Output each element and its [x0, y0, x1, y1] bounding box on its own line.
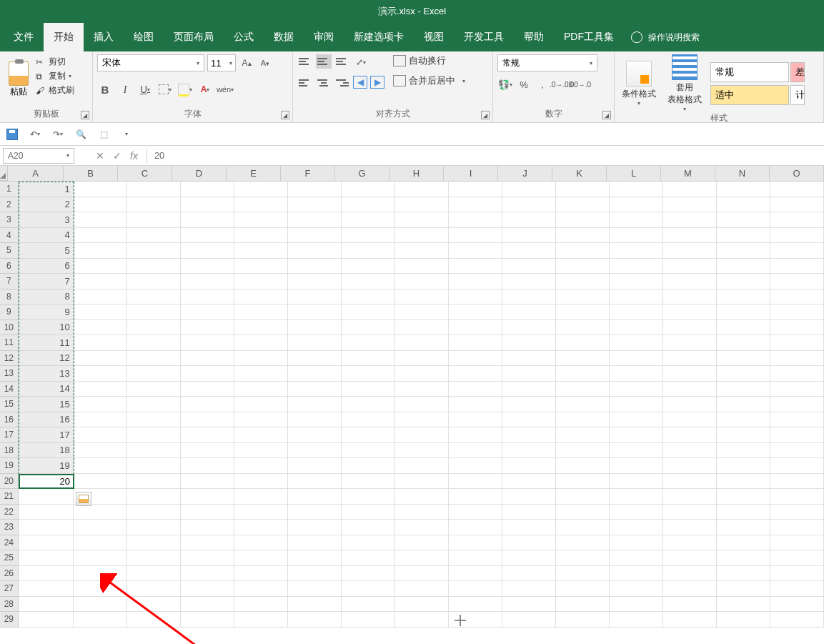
cell-N4[interactable] — [717, 228, 770, 244]
cell-H3[interactable] — [395, 212, 449, 228]
cell-D6[interactable] — [181, 259, 234, 274]
cell-O7[interactable] — [770, 274, 824, 289]
tab-data[interactable]: 数据 — [264, 23, 304, 51]
cell-N12[interactable] — [717, 351, 770, 367]
cell-M15[interactable] — [663, 397, 717, 412]
cell-K19[interactable] — [556, 458, 610, 474]
cell-F2[interactable] — [288, 197, 342, 213]
cell-B3[interactable] — [74, 212, 127, 228]
cell-N9[interactable] — [717, 304, 770, 320]
cell-I2[interactable] — [449, 197, 502, 213]
cell-M4[interactable] — [663, 228, 717, 244]
cell-D29[interactable] — [181, 612, 234, 628]
cell-J5[interactable] — [502, 243, 556, 259]
cell-M13[interactable] — [663, 366, 717, 382]
wrap-text-button[interactable]: 自动换行 — [393, 54, 465, 67]
cell-J19[interactable] — [502, 458, 556, 474]
cell-K17[interactable] — [556, 427, 610, 443]
cell-K26[interactable] — [556, 566, 610, 582]
cell-H13[interactable] — [395, 366, 449, 382]
cell-M6[interactable] — [663, 259, 717, 274]
cell-H22[interactable] — [395, 505, 449, 520]
row-header-3[interactable]: 3 — [0, 212, 19, 228]
column-header-M[interactable]: M — [661, 166, 715, 181]
cell-B12[interactable] — [74, 351, 127, 367]
cell-D9[interactable] — [181, 304, 234, 320]
cell-D10[interactable] — [181, 320, 234, 336]
cell-L17[interactable] — [610, 427, 663, 443]
cell-D24[interactable] — [181, 535, 234, 551]
cell-G24[interactable] — [342, 535, 395, 551]
cell-I11[interactable] — [449, 335, 502, 351]
decrease-decimal-button[interactable]: .00→.0 — [572, 77, 587, 91]
cell-B15[interactable] — [74, 397, 127, 412]
cell-K7[interactable] — [556, 274, 610, 289]
cell-J22[interactable] — [502, 505, 556, 520]
cell-O8[interactable] — [770, 289, 824, 305]
enter-formula-button[interactable]: ✓ — [113, 150, 121, 162]
column-header-F[interactable]: F — [281, 166, 335, 181]
cell-C7[interactable] — [127, 274, 181, 289]
row-header-19[interactable]: 19 — [0, 458, 19, 474]
cell-M22[interactable] — [663, 505, 717, 520]
cell-J9[interactable] — [502, 304, 556, 320]
cell-K11[interactable] — [556, 335, 610, 351]
cell-C5[interactable] — [127, 243, 181, 259]
increase-indent-button[interactable]: ▶ — [370, 76, 384, 89]
cell-J15[interactable] — [502, 397, 556, 412]
cell-N15[interactable] — [717, 397, 770, 412]
column-header-L[interactable]: L — [607, 166, 661, 181]
cell-D14[interactable] — [181, 382, 234, 397]
cell-C15[interactable] — [127, 397, 181, 412]
cell-O18[interactable] — [770, 443, 824, 459]
cell-G17[interactable] — [342, 427, 395, 443]
comma-button[interactable]: , — [535, 77, 550, 91]
cell-N2[interactable] — [717, 197, 770, 213]
cell-J27[interactable] — [502, 581, 556, 597]
cell-H9[interactable] — [395, 304, 449, 320]
cell-C22[interactable] — [127, 505, 181, 520]
cell-D8[interactable] — [181, 289, 234, 305]
name-box[interactable]: A20▾ — [3, 148, 74, 164]
cell-F4[interactable] — [288, 228, 342, 244]
cell-J2[interactable] — [502, 197, 556, 213]
cell-G19[interactable] — [342, 458, 395, 474]
cell-M8[interactable] — [663, 289, 717, 305]
cell-L11[interactable] — [610, 335, 663, 351]
cell-O22[interactable] — [770, 505, 824, 520]
print-preview-button[interactable]: 🔍 — [74, 128, 87, 141]
decrease-indent-button[interactable]: ◀ — [353, 76, 367, 89]
cell-G18[interactable] — [342, 443, 395, 459]
cell-A15[interactable]: 15 — [19, 397, 74, 412]
cell-G29[interactable] — [342, 612, 395, 628]
column-header-A[interactable]: A — [8, 166, 64, 181]
row-header-17[interactable]: 17 — [0, 427, 19, 443]
cell-M29[interactable] — [663, 612, 717, 628]
cell-A11[interactable]: 11 — [19, 335, 74, 351]
tab-view[interactable]: 视图 — [414, 23, 454, 51]
cell-L1[interactable] — [610, 182, 663, 197]
cell-O13[interactable] — [770, 366, 824, 382]
underline-button[interactable]: U▾ — [137, 81, 153, 97]
cell-A16[interactable]: 16 — [19, 412, 74, 428]
touch-mode-button[interactable]: ⬚ — [97, 128, 110, 141]
cell-E6[interactable] — [234, 259, 288, 274]
row-header-1[interactable]: 1 — [0, 182, 19, 197]
bold-button[interactable]: B — [97, 81, 113, 97]
undo-button[interactable]: ↶▾ — [29, 128, 41, 141]
column-header-J[interactable]: J — [498, 166, 552, 181]
cell-K16[interactable] — [556, 412, 610, 428]
cell-I3[interactable] — [449, 212, 502, 228]
cell-M28[interactable] — [663, 597, 717, 613]
cell-K6[interactable] — [556, 259, 610, 274]
cell-C6[interactable] — [127, 259, 181, 274]
column-header-D[interactable]: D — [172, 166, 227, 181]
cell-M5[interactable] — [663, 243, 717, 259]
cell-I17[interactable] — [449, 427, 502, 443]
row-header-2[interactable]: 2 — [0, 197, 19, 213]
cell-L25[interactable] — [610, 550, 663, 566]
cell-J3[interactable] — [502, 212, 556, 228]
cell-B16[interactable] — [74, 412, 127, 428]
cell-A6[interactable]: 6 — [19, 259, 74, 274]
cell-A2[interactable]: 2 — [19, 197, 74, 213]
